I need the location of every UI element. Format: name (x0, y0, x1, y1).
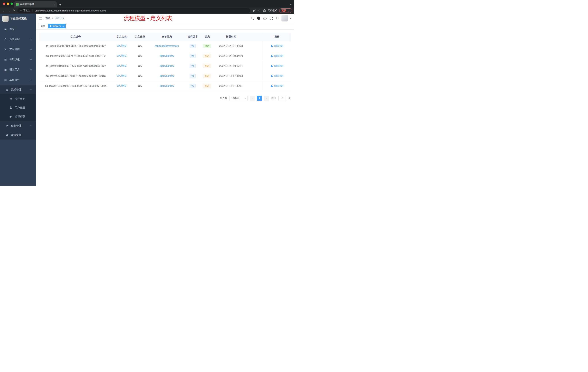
form-icon: ▤ (9, 97, 12, 100)
tab-close-icon[interactable]: × (53, 3, 55, 6)
form-link[interactable]: /bpm/oa/flow (160, 75, 174, 77)
definition-name-link[interactable]: OA 请假 (117, 44, 126, 47)
sidebar-item-task-management[interactable]: ⚑ 任务管理 (0, 121, 36, 130)
version-tag[interactable]: v2 (190, 74, 196, 78)
sidebar-item-infrastructure[interactable]: ▦ 基础设施 (0, 55, 36, 65)
deploy-time: 2022-01-16 01:40:51 (214, 81, 248, 91)
assign-rule-link[interactable]: 分配规则 (271, 54, 283, 57)
version-tag[interactable]: v4 (190, 54, 196, 58)
assign-rule-link[interactable]: 分配规则 (271, 84, 283, 88)
page-size-select[interactable]: 10条/页 (230, 96, 248, 101)
column-header-actions: 操作 (263, 33, 291, 41)
help-icon[interactable]: ? (263, 17, 267, 20)
definition-name-link[interactable]: OA 请假 (117, 54, 126, 57)
back-icon[interactable]: ← (2, 9, 7, 12)
assign-rule-link[interactable]: 分配规则 (271, 64, 283, 67)
browser-menu-icon[interactable]: ⋮ (287, 9, 290, 12)
user-icon (271, 85, 273, 87)
version-tag[interactable]: v1 (190, 84, 196, 88)
user-icon (271, 75, 273, 77)
page-url: dashboard.yudao.iocoder.cn/bpm/manager/d… (35, 9, 106, 12)
tab-search-icon[interactable]: ▾ (290, 3, 292, 6)
new-tab-button[interactable]: + (59, 3, 62, 6)
sidebar-item-user-group[interactable]: 用户分组 (0, 103, 36, 112)
security-warning-icon: ⚠ (20, 9, 22, 12)
user-group-icon (9, 106, 12, 109)
sidebar-item-process-management[interactable]: ≣ 流程管理 (0, 85, 36, 94)
definition-category: OA (131, 61, 149, 71)
workflow-submenu: ≣ 流程管理 ▤ 流程表单 用户分组 流程模型 ⚑ (0, 85, 36, 140)
sidebar-item-process-form[interactable]: ▤ 流程表单 (0, 94, 36, 103)
minimize-window-button[interactable] (7, 2, 9, 5)
column-header-deploy-time: 部署时间 (214, 33, 248, 41)
definition-name-link[interactable]: OA 请假 (117, 64, 126, 67)
definition-category: OA (131, 71, 149, 81)
infrastructure-icon: ▦ (4, 58, 7, 61)
logo-avatar (2, 16, 9, 22)
assign-rule-link[interactable]: 分配规则 (271, 44, 283, 47)
sidebar-item-devtools[interactable]: ▣ 研发工具 (0, 65, 36, 75)
fullscreen-icon[interactable] (270, 17, 273, 20)
forward-icon[interactable]: → (7, 9, 11, 12)
paper-plane-icon (9, 115, 12, 118)
spacer-cell (248, 61, 263, 71)
form-link[interactable]: /bpm/oa/flow (160, 65, 174, 67)
font-size-icon[interactable]: TT (276, 17, 279, 20)
sidebar-item-workflow[interactable]: ◫ 工作流程 (0, 75, 36, 85)
column-header-definition-id: 定义编号 (39, 33, 112, 41)
sidebar-item-leave-query[interactable]: 请假查询 (0, 130, 36, 140)
breadcrumb-home[interactable]: 首页 (45, 17, 51, 20)
definition-id: oa_leave:2:3c1f0ef1-76b1-11ec-9c66-a2380… (39, 71, 112, 81)
password-key-icon[interactable] (253, 9, 256, 12)
status-tag: 挂起 (203, 64, 211, 68)
app-root: 芋道管理系统 ◉ 首页 ⚙ 系统管理 ¥ 支付管理 ▦ 基础设施 ▣ 研发工具 … (0, 14, 294, 186)
close-window-button[interactable] (3, 2, 5, 5)
version-tag[interactable]: v5 (190, 44, 196, 48)
person-icon (5, 134, 9, 136)
definition-category: OA (131, 81, 149, 91)
annotation-title: 流程模型 - 定义列表 (124, 15, 172, 22)
tag-close-icon[interactable]: × (62, 25, 64, 27)
sidebar-item-process-model[interactable]: 流程模型 (0, 112, 36, 121)
bookmark-star-icon[interactable]: ☆ (258, 9, 261, 12)
avatar-caret-icon[interactable]: ▾ (290, 17, 291, 20)
tag-process-definition[interactable]: 流程定义 × (48, 24, 66, 28)
reload-icon[interactable]: ↻ (11, 9, 16, 12)
hamburger-icon[interactable] (39, 17, 42, 20)
avatar[interactable] (282, 15, 288, 22)
browser-update-button[interactable]: 更新 ⋮ (279, 8, 292, 13)
definition-table: 定义编号 定义名称 定义分类 表单信息 流程版本 状态 部署时间 操作 oa_l… (39, 33, 291, 91)
sidebar-item-payment[interactable]: ¥ 支付管理 (0, 44, 36, 55)
table-header-row: 定义编号 定义名称 定义分类 表单信息 流程版本 状态 部署时间 操作 (39, 33, 291, 41)
sidebar-item-system[interactable]: ⚙ 系统管理 (0, 34, 36, 44)
current-page-button[interactable]: 1 (257, 96, 262, 101)
assign-rule-link[interactable]: 分配规则 (271, 74, 283, 77)
logo-title: 芋道管理系统 (10, 17, 27, 21)
form-link[interactable]: /bpm/oa/flow (160, 55, 174, 57)
main-column: 首页 / 流程定义 流程模型 - 定义列表 ? TT ▾ 首页 流程定义 (36, 14, 294, 186)
definition-id: oa_leave:4:991f2193-7b7f-11ec-a3c8-acde4… (39, 51, 112, 61)
total-count: 共 5 条 (220, 97, 227, 100)
goto-page-input[interactable] (278, 96, 286, 101)
browser-tab[interactable]: 芋道管理系统 × (14, 1, 57, 8)
devtools-icon: ▣ (4, 68, 7, 71)
chevron-down-icon (245, 97, 246, 99)
chevron-up-icon (30, 89, 32, 91)
column-header-category: 定义分类 (131, 33, 149, 41)
column-header-definition-name: 定义名称 (112, 33, 131, 41)
form-link[interactable]: /bpm/oa/leave/create (155, 44, 179, 47)
address-bar[interactable]: ⚠ 不安全 dashboard.yudao.iocoder.cn/bpm/man… (17, 8, 250, 13)
deploy-time: 2022-01-16 17:46:53 (214, 71, 248, 81)
version-tag[interactable]: v3 (190, 64, 196, 68)
definition-name-link[interactable]: OA 请假 (117, 74, 126, 77)
search-icon[interactable] (251, 17, 254, 20)
next-page-button[interactable]: › (264, 96, 269, 101)
tag-home[interactable]: 首页 (39, 24, 47, 28)
table-row: oa_leave:5:004b710b-7b8a-11ec-8ef0-acde4… (39, 41, 291, 51)
definition-name-link[interactable]: OA 请假 (117, 84, 126, 87)
zoom-window-button[interactable] (10, 2, 13, 5)
github-icon[interactable] (257, 17, 260, 20)
prev-page-button[interactable]: ‹ (250, 96, 255, 101)
form-link[interactable]: /bpm/oa/flow (160, 85, 174, 87)
sidebar-item-home[interactable]: ◉ 首页 (0, 24, 36, 34)
